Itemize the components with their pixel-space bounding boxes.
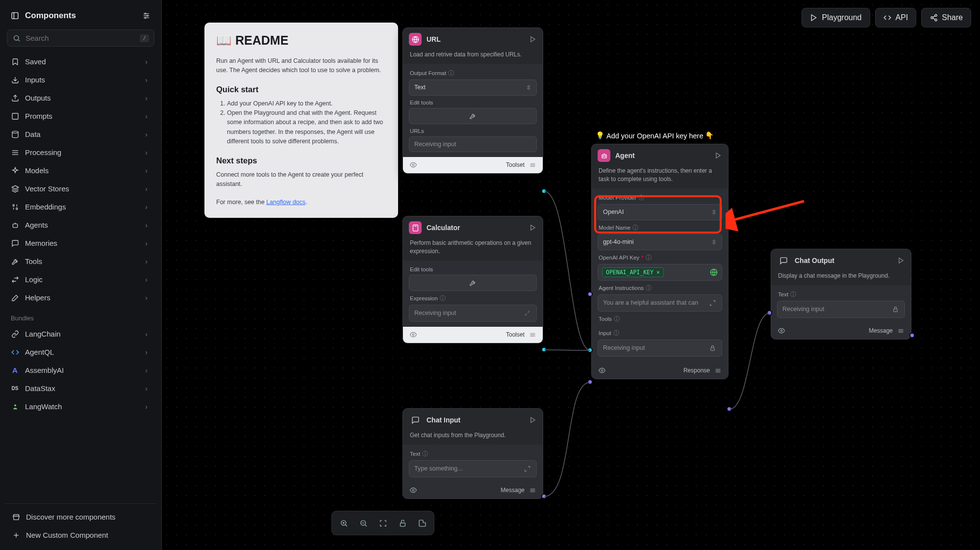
sidebar-item-logic[interactable]: Logic› xyxy=(5,270,153,288)
globe-icon[interactable] xyxy=(709,268,718,276)
sidebar-item-agents[interactable]: Agents› xyxy=(5,216,153,234)
canvas[interactable]: Playground API Share 📖README Run an Agen… xyxy=(162,0,980,550)
bundle-item-datastax[interactable]: DSDataStax› xyxy=(5,379,153,397)
port-in[interactable] xyxy=(587,291,593,297)
fit-view-button[interactable] xyxy=(374,514,392,532)
port-out[interactable] xyxy=(909,333,915,338)
info-icon: ⓘ xyxy=(448,70,454,77)
bundle-item-langwatch[interactable]: LangWatch› xyxy=(5,397,153,416)
chevron-updown-icon: ⇳ xyxy=(526,84,531,91)
port-out[interactable] xyxy=(541,494,547,499)
langflow-docs-link[interactable]: Langflow docs xyxy=(266,199,305,206)
url-node[interactable]: URL Load and retrive data from specified… xyxy=(402,27,543,174)
sidebar-item-saved[interactable]: Saved› xyxy=(5,52,153,71)
swap-icon xyxy=(11,275,19,284)
sidebar-item-helpers[interactable]: Helpers› xyxy=(5,288,153,307)
model-provider-select[interactable]: OpenAI ⇳ xyxy=(598,204,722,220)
discover-more[interactable]: Discover more components xyxy=(6,508,155,526)
zoom-in-button[interactable] xyxy=(335,514,352,532)
expression-input[interactable]: Receiving input xyxy=(409,305,537,322)
chat-output-node[interactable]: Chat Output Display a chat message in th… xyxy=(771,249,911,340)
svg-point-46 xyxy=(412,334,414,336)
sliders-icon[interactable] xyxy=(714,367,722,375)
chevron-right-icon: › xyxy=(145,148,148,157)
sidebar-item-prompts[interactable]: Prompts› xyxy=(5,107,153,125)
edit-tools-button[interactable] xyxy=(409,108,537,124)
bundle-item-agentql[interactable]: AgentQL› xyxy=(5,343,153,361)
output-text-input[interactable]: Receiving input xyxy=(777,301,905,318)
sidebar: Components / Saved›Inputs›Outputs›Prompt… xyxy=(0,0,162,550)
chevron-right-icon: › xyxy=(145,130,148,138)
run-icon[interactable] xyxy=(714,152,722,160)
bundle-item-langchain[interactable]: LangChain› xyxy=(5,325,153,343)
new-custom-component[interactable]: New Custom Component xyxy=(6,526,155,544)
note-button[interactable] xyxy=(413,514,431,532)
sidebar-item-models[interactable]: Models› xyxy=(5,161,153,180)
zoom-out-button[interactable] xyxy=(354,514,372,532)
sidebar-item-embeddings[interactable]: Embeddings› xyxy=(5,198,153,216)
share-icon xyxy=(930,14,938,22)
info-icon: ⓘ xyxy=(638,194,644,202)
sliders-icon[interactable] xyxy=(528,161,537,169)
urls-input[interactable]: Receiving input xyxy=(409,136,537,152)
api-key-input[interactable]: OPENAI_API_KEY× xyxy=(598,264,722,281)
model-name-select[interactable]: gpt-4o-mini ⇳ xyxy=(598,234,722,250)
chat-text-input[interactable]: Type something... xyxy=(409,460,537,477)
port-in[interactable] xyxy=(587,379,593,385)
share-button[interactable]: Share xyxy=(921,8,971,27)
x-icon[interactable]: × xyxy=(656,269,660,276)
fullscreen-icon[interactable] xyxy=(708,299,717,307)
sidebar-item-processing[interactable]: Processing› xyxy=(5,143,153,161)
playground-button[interactable]: Playground xyxy=(802,8,870,27)
eye-icon[interactable] xyxy=(409,161,417,169)
chevron-right-icon: › xyxy=(145,275,148,284)
eye-icon[interactable] xyxy=(777,327,785,335)
run-icon[interactable] xyxy=(528,224,537,232)
svg-rect-68 xyxy=(894,309,898,312)
port-out[interactable] xyxy=(541,347,547,352)
list-icon xyxy=(11,148,19,157)
sliders-icon[interactable] xyxy=(528,331,537,339)
run-icon[interactable] xyxy=(897,257,905,265)
svg-point-24 xyxy=(14,404,16,406)
run-icon[interactable] xyxy=(528,416,537,424)
expand-icon[interactable] xyxy=(523,309,531,317)
sidebar-item-memories[interactable]: Memories› xyxy=(5,234,153,252)
sidebar-item-tools[interactable]: Tools› xyxy=(5,252,153,270)
output-format-select[interactable]: Text ⇳ xyxy=(409,79,537,96)
readme-node[interactable]: 📖README Run an Agent with URL and Calcul… xyxy=(204,23,398,218)
bundle-item-assemblyai[interactable]: AAssemblyAI› xyxy=(5,361,153,379)
sparkles-icon xyxy=(11,166,19,175)
port-in[interactable] xyxy=(767,310,772,315)
edit-tools-button[interactable] xyxy=(409,275,537,291)
info-icon: ⓘ xyxy=(440,295,446,302)
lock-button[interactable] xyxy=(394,514,411,532)
agent-instructions-input[interactable]: You are a helpful assistant that can xyxy=(598,294,722,312)
search-shortcut: / xyxy=(140,34,149,42)
port-out[interactable] xyxy=(541,188,547,194)
run-icon[interactable] xyxy=(528,35,537,44)
sidebar-item-data[interactable]: Data› xyxy=(5,125,153,143)
api-button[interactable]: API xyxy=(875,8,917,27)
sliders-icon[interactable] xyxy=(897,327,905,335)
info-icon: ⓘ xyxy=(646,285,652,292)
sliders-icon[interactable] xyxy=(528,486,537,495)
eye-icon[interactable] xyxy=(409,486,417,495)
search-input[interactable] xyxy=(25,34,135,42)
settings-icon[interactable] xyxy=(142,12,151,20)
lock-icon xyxy=(708,344,717,352)
svg-line-76 xyxy=(345,524,347,526)
calculator-node[interactable]: Calculator Perform basic arithmetic oper… xyxy=(402,216,543,343)
sidebar-item-outputs[interactable]: Outputs› xyxy=(5,89,153,107)
sidebar-item-inputs[interactable]: Inputs› xyxy=(5,71,153,89)
fullscreen-icon[interactable] xyxy=(523,465,531,473)
search-input-wrap[interactable]: / xyxy=(7,29,154,47)
port-out[interactable] xyxy=(727,406,732,412)
eye-icon[interactable] xyxy=(598,367,606,375)
chat-input-node[interactable]: Chat Input Get chat inputs from the Play… xyxy=(402,408,543,499)
sidebar-item-vector-stores[interactable]: Vector Stores› xyxy=(5,180,153,198)
agent-input[interactable]: Receiving input xyxy=(598,340,722,357)
eye-icon[interactable] xyxy=(409,331,417,339)
agent-node[interactable]: Agent Define the agent's instructions, t… xyxy=(591,144,729,379)
port-in[interactable] xyxy=(587,347,593,353)
